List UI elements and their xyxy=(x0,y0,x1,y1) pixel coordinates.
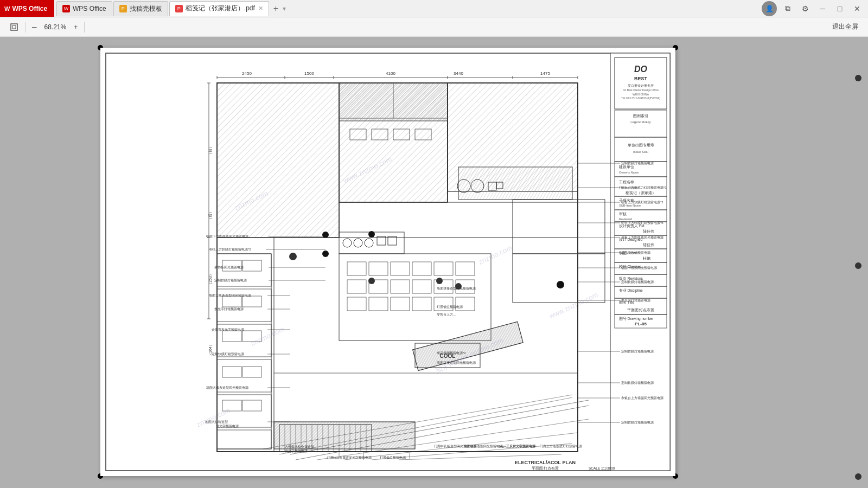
tab-pdf-label: 稻笺记（张家港店）.pdf xyxy=(186,4,255,13)
svg-text:定制软膜灯箱预留电源: 定制软膜灯箱预留电源 xyxy=(621,381,654,384)
svg-text:专业 Discipline: 专业 Discipline xyxy=(619,288,643,293)
svg-text:4100: 4100 xyxy=(386,71,395,76)
svg-text:方管辉木纹全属造型: 方管辉木纹全属造型 xyxy=(285,445,314,448)
svg-rect-23 xyxy=(339,83,448,121)
scroll-indicator[interactable] xyxy=(855,262,861,269)
svg-text:定制软膜灯箱预留电源: 定制软膜灯箱预留电源 xyxy=(621,349,654,353)
scroll-top-dot[interactable] xyxy=(855,75,861,81)
svg-text:稻笺记（张家港）: 稻笺记（张家港） xyxy=(626,191,656,195)
svg-text:单位出图专用章: 单位出图专用章 xyxy=(628,143,654,147)
svg-text:杜聰: 杜聰 xyxy=(643,256,650,260)
svg-text:TEL/FAX:0510-86319548(8506399): TEL/FAX:0510-86319548(8506399) xyxy=(621,97,660,100)
svg-text:DO: DO xyxy=(634,65,648,74)
svg-text:Issue Seal: Issue Seal xyxy=(633,150,648,153)
user-avatar[interactable]: 👤 xyxy=(762,1,777,16)
svg-text:墙面拼接造型回光预留电源: 墙面拼接造型回光预留电源 xyxy=(463,444,503,448)
svg-text:定制软膜灯箱预留电源: 定制软膜灯箱预留电源 xyxy=(621,280,654,284)
toolbar-separator-1 xyxy=(25,22,25,33)
svg-text:ELECTRICAL/ACOL PLAN: ELECTRICAL/ACOL PLAN xyxy=(515,460,576,465)
svg-text:墙面卡线条回光预留电源: 墙面卡线条回光预留电源 xyxy=(621,266,657,269)
scroll-bottom-dot[interactable] xyxy=(855,473,861,480)
svg-text:明柱上方软膜灯箱预留电源*2: 明柱上方软膜灯箱预留电源*2 xyxy=(209,247,251,251)
tab-pdf-icon: P xyxy=(175,5,183,12)
svg-text:定制软膜灯箱预留电源: 定制软膜灯箱预留电源 xyxy=(214,278,247,282)
zoom-in-button[interactable]: + xyxy=(69,21,82,33)
zoom-out-button[interactable]: ─ xyxy=(28,21,41,33)
tab-bar: W WPS Office P 找稿壳模板 P 稻笺记（张家港店）.pdf ✕ +… xyxy=(56,0,762,17)
settings-button[interactable]: ⚙ xyxy=(796,1,814,16)
svg-text:图号 Drawing number: 图号 Drawing number xyxy=(619,317,654,321)
svg-text:发光字灯箱预留电源: 发光字灯箱预留电源 xyxy=(621,298,650,302)
window-controls: 👤 ⧉ ⚙ ─ □ ✕ xyxy=(762,1,868,16)
svg-text:度白事设计事务所: 度白事设计事务所 xyxy=(628,84,654,87)
svg-text:SCALE 1:1/3000: SCALE 1:1/3000 xyxy=(589,466,615,470)
tab-wps[interactable]: W WPS Office xyxy=(56,1,112,16)
svg-rect-28 xyxy=(458,167,572,200)
exit-fullscreen-label: 退出全屏 xyxy=(832,22,858,31)
add-tab-button[interactable]: + xyxy=(270,4,282,14)
svg-point-247 xyxy=(322,251,329,257)
svg-text:门廊logo金属背发光字预留电源: 门廊logo金属背发光字预留电源 xyxy=(327,455,372,459)
exit-fullscreen-button[interactable]: 退出全屏 xyxy=(828,20,863,34)
svg-rect-17 xyxy=(217,83,339,237)
toolbar: ─ 68.21% + 退出全屏 xyxy=(0,17,868,37)
restore-button[interactable]: ⧉ xyxy=(779,1,796,16)
toolbar-separator-2 xyxy=(84,22,85,33)
svg-rect-0 xyxy=(11,24,17,30)
wps-logo[interactable]: W WPS Office xyxy=(0,0,54,17)
svg-text:SUB-Item Name: SUB-Item Name xyxy=(619,204,641,207)
svg-text:平面图 灯点布置: 平面图 灯点布置 xyxy=(532,466,559,471)
maximize-button[interactable]: □ xyxy=(831,1,848,16)
zoom-out-icon: ─ xyxy=(32,23,37,31)
zoom-in-icon: + xyxy=(74,23,78,31)
title-bar: W WPS Office W WPS Office P 找稿壳模板 P 稻笺记（… xyxy=(0,0,868,17)
svg-text:灯景低位预留电源: 灯景低位预留电源 xyxy=(437,305,463,309)
svg-text:衣银台上方墙循回光预留电源: 衣银台上方墙循回光预留电源 xyxy=(621,396,663,400)
svg-text:成品广告机预留电源: 成品广告机预留电源 xyxy=(621,251,650,254)
wps-icon: W xyxy=(4,5,10,12)
svg-point-250 xyxy=(557,281,564,288)
svg-text:Reviewed: Reviewed xyxy=(619,217,632,221)
tab-wps-label: WPS Office xyxy=(73,5,106,12)
svg-point-75 xyxy=(436,278,443,284)
svg-text:logo正反发光字预留电源: logo正反发光字预留电源 xyxy=(499,444,536,448)
svg-text:WUXI CHINA: WUXI CHINA xyxy=(633,93,649,96)
svg-text:发光字灯箱预留电源: 发光字灯箱预留电源 xyxy=(214,307,244,311)
pdf-page: 2450 1500 4100 3440 1475 xyxy=(100,48,675,476)
svg-text:定制软膜灯箱预留电源: 定制软膜灯箱预留电源 xyxy=(621,420,654,424)
blueprint-svg: 2450 1500 4100 3440 1475 xyxy=(100,48,675,476)
fit-page-icon xyxy=(10,23,18,31)
main-content: 2450 1500 4100 3440 1475 xyxy=(0,37,868,488)
svg-text:装饰柜回光预留电源: 装饰柜回光预留电源 xyxy=(214,266,244,269)
wps-label: WPS Office xyxy=(12,5,47,12)
tab-wps-icon: W xyxy=(62,5,70,12)
svg-text:明台上方软膜灯箱预留电源*5: 明台上方软膜灯箱预留电源*5 xyxy=(621,221,663,224)
svg-text:平面图.灯点布置: 平面图.灯点布置 xyxy=(627,308,655,312)
svg-text:建设单位: 建设单位 xyxy=(618,165,634,169)
fit-page-button[interactable] xyxy=(5,21,23,34)
svg-text:门廊上方造型壁灯灯预留电源: 门廊上方造型壁灯灯预留电源 xyxy=(540,444,582,448)
svg-text:PL-05: PL-05 xyxy=(635,322,647,326)
svg-text:明台上方软膜灯箱预留电源*2: 明台上方软膜灯箱预留电源*2 xyxy=(621,200,663,204)
svg-text:设计负责人 PM: 设计负责人 PM xyxy=(619,224,644,228)
svg-text:定制软膜灯箱预留电源: 定制软膜灯箱预留电源 xyxy=(621,161,654,165)
tab-template[interactable]: P 找稿壳模板 xyxy=(113,1,168,16)
svg-text:工程名称: 工程名称 xyxy=(619,180,634,184)
svg-text:2450: 2450 xyxy=(242,71,252,76)
svg-point-248 xyxy=(322,232,329,238)
tab-dropdown-icon[interactable]: ▾ xyxy=(282,5,287,12)
svg-rect-1 xyxy=(12,25,16,29)
svg-text:陆佳伟: 陆佳伟 xyxy=(643,229,654,233)
tab-pdf[interactable]: P 稻笺记（张家港店）.pdf ✕ xyxy=(169,1,269,16)
svg-text:Legend:dokey: Legend:dokey xyxy=(630,120,651,124)
svg-text:BEST: BEST xyxy=(634,76,648,81)
close-button[interactable]: ✕ xyxy=(848,1,866,16)
tab-pdf-close[interactable]: ✕ xyxy=(258,5,263,12)
svg-point-77 xyxy=(368,278,375,284)
svg-text:1475: 1475 xyxy=(540,71,550,76)
svg-text:发光字预留电源: 发光字预留电源 xyxy=(216,424,239,428)
minimize-button[interactable]: ─ xyxy=(814,1,831,16)
tab-template-icon: P xyxy=(119,5,127,12)
tab-template-label: 找稿壳模板 xyxy=(130,4,162,14)
zoom-level[interactable]: 68.21% xyxy=(41,23,70,31)
